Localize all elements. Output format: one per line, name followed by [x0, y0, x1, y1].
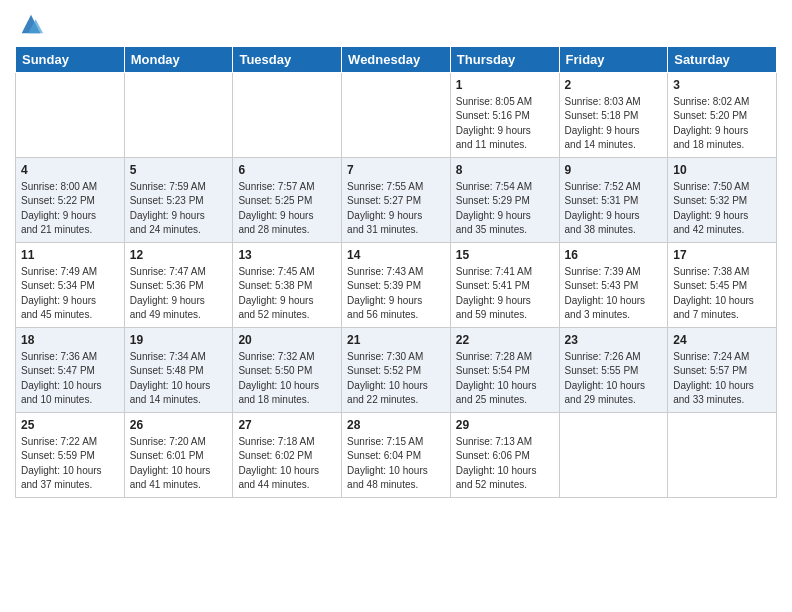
day-info: Sunrise: 7:32 AM Sunset: 5:50 PM Dayligh…	[238, 350, 336, 408]
day-info: Sunrise: 7:39 AM Sunset: 5:43 PM Dayligh…	[565, 265, 663, 323]
day-info: Sunrise: 7:22 AM Sunset: 5:59 PM Dayligh…	[21, 435, 119, 493]
day-number: 23	[565, 332, 663, 349]
day-number: 22	[456, 332, 554, 349]
day-number: 19	[130, 332, 228, 349]
day-info: Sunrise: 7:18 AM Sunset: 6:02 PM Dayligh…	[238, 435, 336, 493]
calendar-cell: 15Sunrise: 7:41 AM Sunset: 5:41 PM Dayli…	[450, 243, 559, 328]
calendar-cell: 22Sunrise: 7:28 AM Sunset: 5:54 PM Dayli…	[450, 328, 559, 413]
day-number: 9	[565, 162, 663, 179]
day-info: Sunrise: 7:34 AM Sunset: 5:48 PM Dayligh…	[130, 350, 228, 408]
calendar-cell: 20Sunrise: 7:32 AM Sunset: 5:50 PM Dayli…	[233, 328, 342, 413]
day-number: 15	[456, 247, 554, 264]
day-info: Sunrise: 7:49 AM Sunset: 5:34 PM Dayligh…	[21, 265, 119, 323]
day-number: 11	[21, 247, 119, 264]
day-number: 29	[456, 417, 554, 434]
calendar-cell	[16, 73, 125, 158]
day-number: 3	[673, 77, 771, 94]
day-number: 21	[347, 332, 445, 349]
day-info: Sunrise: 7:47 AM Sunset: 5:36 PM Dayligh…	[130, 265, 228, 323]
day-info: Sunrise: 7:13 AM Sunset: 6:06 PM Dayligh…	[456, 435, 554, 493]
calendar-cell: 10Sunrise: 7:50 AM Sunset: 5:32 PM Dayli…	[668, 158, 777, 243]
calendar-cell: 7Sunrise: 7:55 AM Sunset: 5:27 PM Daylig…	[342, 158, 451, 243]
calendar-cell: 23Sunrise: 7:26 AM Sunset: 5:55 PM Dayli…	[559, 328, 668, 413]
calendar-cell: 26Sunrise: 7:20 AM Sunset: 6:01 PM Dayli…	[124, 413, 233, 498]
logo	[15, 10, 45, 38]
calendar-cell: 19Sunrise: 7:34 AM Sunset: 5:48 PM Dayli…	[124, 328, 233, 413]
day-info: Sunrise: 7:15 AM Sunset: 6:04 PM Dayligh…	[347, 435, 445, 493]
day-header-thursday: Thursday	[450, 47, 559, 73]
day-number: 27	[238, 417, 336, 434]
day-info: Sunrise: 7:52 AM Sunset: 5:31 PM Dayligh…	[565, 180, 663, 238]
calendar-table: SundayMondayTuesdayWednesdayThursdayFrid…	[15, 46, 777, 498]
calendar-week-row: 11Sunrise: 7:49 AM Sunset: 5:34 PM Dayli…	[16, 243, 777, 328]
calendar-cell: 9Sunrise: 7:52 AM Sunset: 5:31 PM Daylig…	[559, 158, 668, 243]
calendar-cell: 24Sunrise: 7:24 AM Sunset: 5:57 PM Dayli…	[668, 328, 777, 413]
day-number: 20	[238, 332, 336, 349]
calendar-header-row: SundayMondayTuesdayWednesdayThursdayFrid…	[16, 47, 777, 73]
calendar-cell	[668, 413, 777, 498]
day-number: 8	[456, 162, 554, 179]
day-number: 7	[347, 162, 445, 179]
day-number: 18	[21, 332, 119, 349]
day-number: 26	[130, 417, 228, 434]
calendar-cell: 5Sunrise: 7:59 AM Sunset: 5:23 PM Daylig…	[124, 158, 233, 243]
day-info: Sunrise: 7:50 AM Sunset: 5:32 PM Dayligh…	[673, 180, 771, 238]
day-info: Sunrise: 7:45 AM Sunset: 5:38 PM Dayligh…	[238, 265, 336, 323]
day-number: 10	[673, 162, 771, 179]
day-number: 28	[347, 417, 445, 434]
day-info: Sunrise: 8:00 AM Sunset: 5:22 PM Dayligh…	[21, 180, 119, 238]
calendar-cell: 13Sunrise: 7:45 AM Sunset: 5:38 PM Dayli…	[233, 243, 342, 328]
day-info: Sunrise: 8:05 AM Sunset: 5:16 PM Dayligh…	[456, 95, 554, 153]
calendar-cell: 14Sunrise: 7:43 AM Sunset: 5:39 PM Dayli…	[342, 243, 451, 328]
day-info: Sunrise: 8:02 AM Sunset: 5:20 PM Dayligh…	[673, 95, 771, 153]
calendar-cell: 6Sunrise: 7:57 AM Sunset: 5:25 PM Daylig…	[233, 158, 342, 243]
page-container: SundayMondayTuesdayWednesdayThursdayFrid…	[0, 0, 792, 503]
calendar-cell: 16Sunrise: 7:39 AM Sunset: 5:43 PM Dayli…	[559, 243, 668, 328]
day-header-sunday: Sunday	[16, 47, 125, 73]
calendar-cell: 18Sunrise: 7:36 AM Sunset: 5:47 PM Dayli…	[16, 328, 125, 413]
calendar-cell: 12Sunrise: 7:47 AM Sunset: 5:36 PM Dayli…	[124, 243, 233, 328]
day-header-saturday: Saturday	[668, 47, 777, 73]
day-header-wednesday: Wednesday	[342, 47, 451, 73]
calendar-cell: 28Sunrise: 7:15 AM Sunset: 6:04 PM Dayli…	[342, 413, 451, 498]
day-info: Sunrise: 7:36 AM Sunset: 5:47 PM Dayligh…	[21, 350, 119, 408]
calendar-week-row: 25Sunrise: 7:22 AM Sunset: 5:59 PM Dayli…	[16, 413, 777, 498]
day-header-friday: Friday	[559, 47, 668, 73]
header	[15, 10, 777, 38]
day-info: Sunrise: 8:03 AM Sunset: 5:18 PM Dayligh…	[565, 95, 663, 153]
calendar-cell: 29Sunrise: 7:13 AM Sunset: 6:06 PM Dayli…	[450, 413, 559, 498]
calendar-week-row: 1Sunrise: 8:05 AM Sunset: 5:16 PM Daylig…	[16, 73, 777, 158]
day-number: 6	[238, 162, 336, 179]
day-info: Sunrise: 7:38 AM Sunset: 5:45 PM Dayligh…	[673, 265, 771, 323]
day-number: 14	[347, 247, 445, 264]
day-info: Sunrise: 7:41 AM Sunset: 5:41 PM Dayligh…	[456, 265, 554, 323]
day-number: 16	[565, 247, 663, 264]
day-info: Sunrise: 7:55 AM Sunset: 5:27 PM Dayligh…	[347, 180, 445, 238]
day-info: Sunrise: 7:26 AM Sunset: 5:55 PM Dayligh…	[565, 350, 663, 408]
day-number: 13	[238, 247, 336, 264]
day-info: Sunrise: 7:30 AM Sunset: 5:52 PM Dayligh…	[347, 350, 445, 408]
calendar-cell	[342, 73, 451, 158]
calendar-cell: 25Sunrise: 7:22 AM Sunset: 5:59 PM Dayli…	[16, 413, 125, 498]
day-number: 24	[673, 332, 771, 349]
day-info: Sunrise: 7:59 AM Sunset: 5:23 PM Dayligh…	[130, 180, 228, 238]
calendar-cell: 8Sunrise: 7:54 AM Sunset: 5:29 PM Daylig…	[450, 158, 559, 243]
day-info: Sunrise: 7:43 AM Sunset: 5:39 PM Dayligh…	[347, 265, 445, 323]
day-number: 25	[21, 417, 119, 434]
day-info: Sunrise: 7:20 AM Sunset: 6:01 PM Dayligh…	[130, 435, 228, 493]
day-number: 2	[565, 77, 663, 94]
calendar-cell: 2Sunrise: 8:03 AM Sunset: 5:18 PM Daylig…	[559, 73, 668, 158]
calendar-week-row: 4Sunrise: 8:00 AM Sunset: 5:22 PM Daylig…	[16, 158, 777, 243]
calendar-cell: 27Sunrise: 7:18 AM Sunset: 6:02 PM Dayli…	[233, 413, 342, 498]
logo-icon	[17, 10, 45, 38]
calendar-cell: 4Sunrise: 8:00 AM Sunset: 5:22 PM Daylig…	[16, 158, 125, 243]
day-info: Sunrise: 7:54 AM Sunset: 5:29 PM Dayligh…	[456, 180, 554, 238]
day-number: 12	[130, 247, 228, 264]
day-number: 4	[21, 162, 119, 179]
day-number: 1	[456, 77, 554, 94]
calendar-cell: 1Sunrise: 8:05 AM Sunset: 5:16 PM Daylig…	[450, 73, 559, 158]
calendar-cell	[124, 73, 233, 158]
day-header-tuesday: Tuesday	[233, 47, 342, 73]
calendar-cell	[233, 73, 342, 158]
calendar-cell	[559, 413, 668, 498]
